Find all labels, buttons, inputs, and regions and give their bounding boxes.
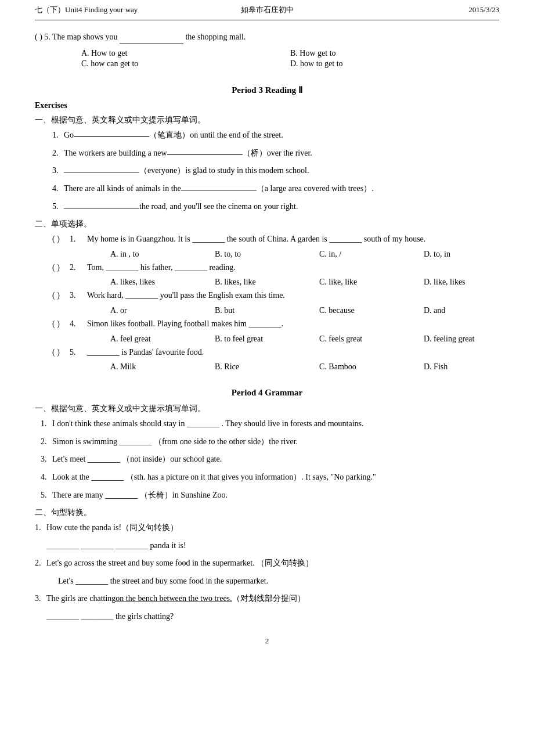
item-text: There are all kinds of animals in the bbox=[64, 181, 181, 197]
item-text: Simon is swimming ________ （from one sid… bbox=[52, 434, 298, 450]
item-after: over the river. bbox=[267, 146, 312, 161]
list-item: ________ ________ ________ panda it is! bbox=[35, 538, 499, 554]
item-num: 4. bbox=[41, 470, 52, 485]
item-hint: （a large area covered with trees） bbox=[257, 181, 371, 197]
option-d: D. like, likes bbox=[424, 278, 528, 287]
page: 七（下）Unit4 Finding your way 如皋市石庄初中 2015/… bbox=[0, 0, 534, 756]
q-paren: ( ) bbox=[52, 288, 70, 304]
list-item: ( ) 5. ________ is Pandas' favourite foo… bbox=[52, 345, 499, 361]
exercises-label: Exercises bbox=[35, 101, 499, 110]
option-d: D. and bbox=[424, 306, 528, 315]
list-item: 4. There are all kinds of animals in the… bbox=[52, 181, 499, 197]
item-num: 4. bbox=[52, 181, 64, 197]
item-after: the road, and you'll see the cinema on y… bbox=[139, 199, 298, 215]
options-row: A. feel great B. to feel great C. feels … bbox=[52, 334, 499, 344]
q5-options-row: A. How to get B. How get to bbox=[35, 49, 499, 58]
item-text-after: （对划线部分提问） bbox=[232, 591, 305, 607]
item-text: Let's go across the street and buy some … bbox=[46, 556, 313, 571]
q5-option-d: D. how to get to bbox=[290, 59, 499, 69]
item-hint: （笔直地） bbox=[149, 128, 190, 143]
option-d: D. Fish bbox=[424, 362, 528, 372]
option-c: C. like, like bbox=[319, 278, 424, 287]
item-hint: （everyone） bbox=[139, 163, 185, 179]
item-num: 3. bbox=[41, 452, 52, 467]
item-num: 3. bbox=[35, 591, 46, 607]
option-d: D. feeling great bbox=[424, 334, 528, 344]
list-item: ( ) 4. Simon likes football. Playing foo… bbox=[52, 316, 499, 332]
header: 七（下）Unit4 Finding your way 如皋市石庄初中 2015/… bbox=[35, 0, 499, 20]
item-text: Let's meet ________ （not inside）our scho… bbox=[52, 452, 222, 467]
q-text: Tom, ________ his father, ________ readi… bbox=[87, 260, 236, 276]
item-num: 2. bbox=[35, 556, 46, 571]
option-c: C. because bbox=[319, 306, 424, 315]
list-item: ( ) 1. My home is in Guangzhou. It is __… bbox=[52, 232, 499, 247]
list-item: 4. Look at the ________ （sth. has a pict… bbox=[35, 470, 499, 485]
list-item: 2. Simon is swimming ________ （from one … bbox=[35, 434, 499, 450]
list-item: ( ) 2. Tom, ________ his father, _______… bbox=[52, 260, 499, 276]
q5-block: ( ) 5. The map shows you the shopping ma… bbox=[35, 30, 499, 44]
list-item: 3. The girls are chatting on the bench b… bbox=[35, 591, 499, 607]
item-text: There are many ________ （长椅）in Sunshine … bbox=[52, 488, 228, 503]
mcq-block: ( ) 5. ________ is Pandas' favourite foo… bbox=[35, 345, 499, 372]
q-num: 4. bbox=[70, 316, 87, 332]
option-c: C. in, / bbox=[319, 250, 424, 259]
option-b: B. Rice bbox=[215, 362, 319, 372]
q-paren: ( ) bbox=[52, 232, 70, 247]
q5-blank bbox=[120, 35, 183, 44]
item-num: 2. bbox=[52, 146, 64, 161]
option-c: C. Bamboo bbox=[319, 362, 424, 372]
q-text: Work hard, ________ you'll pass the Engl… bbox=[87, 288, 285, 304]
options-row: A. Milk B. Rice C. Bamboo D. Fish bbox=[52, 362, 499, 372]
period4-fill-items: 1. I don't think these animals should st… bbox=[35, 416, 499, 503]
list-item: 1. I don't think these animals should st… bbox=[35, 416, 499, 432]
item-text: How cute the panda is!（同义句转换） bbox=[46, 520, 178, 536]
mcq-block: ( ) 4. Simon likes football. Playing foo… bbox=[35, 316, 499, 344]
q-num: 3. bbox=[70, 288, 87, 304]
item-underline: on the bench between the two trees. bbox=[116, 591, 232, 607]
fill-blank bbox=[64, 199, 139, 208]
item-num: 5. bbox=[41, 488, 52, 503]
header-center: 如皋市石庄初中 bbox=[190, 5, 345, 15]
fill-blank bbox=[181, 181, 257, 190]
period3-title: Period 3 Reading Ⅱ bbox=[35, 85, 499, 95]
item-after: on until the end of the street. bbox=[190, 128, 283, 143]
q-text: Simon likes football. Playing football m… bbox=[87, 316, 283, 332]
option-b: B. to feel great bbox=[215, 334, 319, 344]
list-item: ________ ________ the girls chatting? bbox=[35, 609, 499, 625]
item-num: 1. bbox=[35, 520, 46, 536]
q5-end: the shopping mall. bbox=[185, 33, 246, 41]
option-b: B. but bbox=[215, 306, 319, 315]
option-b: B. to, to bbox=[215, 250, 319, 259]
q-num: 1. bbox=[70, 232, 87, 247]
q-paren: ( ) bbox=[52, 345, 70, 361]
option-a: A. or bbox=[110, 306, 215, 315]
list-item: 2. The workers are building a new （桥） ov… bbox=[52, 146, 499, 161]
item-text-before: The girls are chatting bbox=[46, 591, 116, 607]
q-text: My home is in Guangzhou. It is ________ … bbox=[87, 232, 425, 247]
page-number: 2 bbox=[35, 636, 499, 646]
item-text: I don't think these animals should stay … bbox=[52, 416, 364, 432]
option-b: B. likes, like bbox=[215, 278, 319, 287]
header-right: 2015/3/23 bbox=[344, 5, 499, 15]
item-text: Go bbox=[64, 128, 74, 143]
list-item: 1. Go （笔直地） on until the end of the stre… bbox=[52, 128, 499, 143]
item-num: 3. bbox=[52, 163, 64, 179]
options-row: A. in , to B. to, to C. in, / D. to, in bbox=[52, 250, 499, 259]
q5-option-b: B. How get to bbox=[290, 49, 499, 58]
part1-label: 一、根据句意、英文释义或中文提示填写单词。 bbox=[35, 115, 499, 125]
q5-options-row2: C. how can get to D. how to get to bbox=[35, 59, 499, 69]
q5-text: ( ) 5. The map shows you bbox=[35, 33, 117, 41]
item-num: 1. bbox=[41, 416, 52, 432]
fill-blank bbox=[74, 128, 149, 137]
item-text: Look at the ________ （sth. has a picture… bbox=[52, 470, 376, 485]
item-num: 5. bbox=[52, 199, 64, 215]
q-paren: ( ) bbox=[52, 260, 70, 276]
option-d: D. to, in bbox=[424, 250, 528, 259]
list-item: 2. Let's go across the street and buy so… bbox=[35, 556, 499, 571]
item-after: . bbox=[371, 181, 374, 197]
mcq-block: ( ) 3. Work hard, ________ you'll pass t… bbox=[35, 288, 499, 315]
list-item: Let's ________ the street and buy some f… bbox=[35, 574, 499, 589]
transform-items: 1. How cute the panda is!（同义句转换） _______… bbox=[35, 520, 499, 625]
q-text: ________ is Pandas' favourite food. bbox=[87, 345, 204, 361]
list-item: 1. How cute the panda is!（同义句转换） bbox=[35, 520, 499, 536]
